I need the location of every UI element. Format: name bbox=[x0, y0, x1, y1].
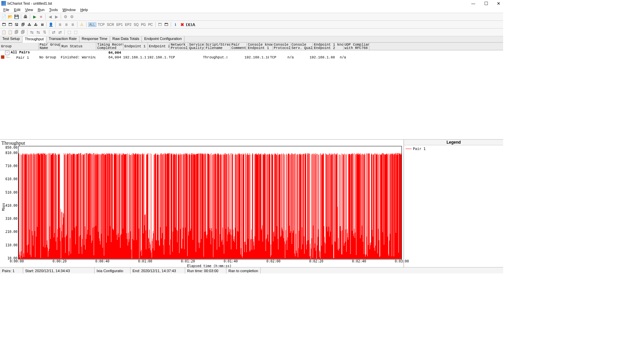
legend-item-pair1[interactable]: Pair 1 bbox=[406, 147, 502, 151]
column-header[interactable]: UDP Compliant with RFC768 bbox=[343, 43, 369, 50]
tb2-icon-8[interactable]: 👤 bbox=[48, 22, 54, 27]
tb3-icon-5[interactable]: ⇆ bbox=[29, 30, 35, 35]
column-header[interactable]: Endpoint 1 knows Endpoint 2 bbox=[313, 43, 343, 50]
pair-icon bbox=[1, 55, 4, 59]
maximize-button[interactable]: ☐ bbox=[483, 1, 489, 6]
cell-proto: TCP bbox=[168, 55, 186, 59]
filter-tcp[interactable]: TCP bbox=[97, 23, 105, 27]
tb3-icon-6[interactable]: ⇆ bbox=[36, 30, 41, 35]
tb2-icon-3[interactable]: 🖫 bbox=[14, 22, 19, 27]
open-icon[interactable]: 📂 bbox=[7, 14, 13, 19]
column-header[interactable]: Script/Stream Filename bbox=[205, 43, 230, 50]
status-bar: Pairs: 1 Start: 2020/12/11, 14:34:43 Ixi… bbox=[0, 267, 503, 273]
menu-view[interactable]: View bbox=[23, 7, 35, 12]
tab-response-time[interactable]: Response Time bbox=[79, 36, 110, 42]
menu-edit[interactable]: Edit bbox=[12, 7, 22, 12]
filter-pc[interactable]: PC bbox=[148, 23, 154, 27]
column-header[interactable]: Network Protocol bbox=[170, 43, 188, 50]
stop-icon[interactable]: ■ bbox=[38, 14, 44, 19]
filter-scr[interactable]: SCR bbox=[106, 23, 115, 27]
menu-window[interactable]: Window bbox=[60, 7, 77, 12]
tab-transaction-rate[interactable]: Transaction Rate bbox=[46, 36, 79, 42]
tree-collapse-icon[interactable]: − bbox=[5, 51, 9, 55]
window-title: IxChariot Test - untitled1.tst bbox=[7, 1, 470, 5]
minimize-button[interactable]: — bbox=[470, 1, 477, 6]
grid-body[interactable]: −All Pairs 64,004 └─ Pair 1 No Group Fin… bbox=[0, 50, 503, 140]
chart-plot-area[interactable] bbox=[18, 146, 402, 259]
cell-group: Pair 1 bbox=[16, 56, 29, 60]
title-bar: IxChariot Test - untitled1.tst — ☐ ✕ bbox=[0, 0, 503, 7]
tb3-icon-10[interactable]: ⬚ bbox=[66, 30, 72, 35]
tb2-icon-13[interactable]: 🗔 bbox=[157, 22, 163, 27]
legend-label: Pair 1 bbox=[413, 147, 426, 151]
chart-xlabel: Elapsed time (h:mm:ss) bbox=[187, 264, 231, 268]
filter-sq[interactable]: SQ bbox=[133, 23, 139, 27]
app-icon bbox=[1, 1, 6, 6]
tb3-paste-icon[interactable]: 📋 bbox=[7, 30, 13, 35]
column-header[interactable]: Group bbox=[0, 43, 39, 50]
chart-yaxis: 10.00110.00210.00310.00410.00510.00610.0… bbox=[5, 146, 18, 268]
cell-csq: n/a bbox=[286, 55, 309, 59]
tb3-icon-9[interactable]: ⇄ bbox=[57, 30, 63, 35]
tab-test-setup[interactable]: Test Setup bbox=[0, 36, 22, 42]
new-icon[interactable]: 📄 bbox=[1, 14, 6, 19]
tb2-icon-10[interactable]: 🗎 bbox=[64, 22, 69, 27]
back-icon[interactable]: ◀ bbox=[47, 14, 53, 19]
column-header[interactable]: Run Status bbox=[60, 43, 96, 50]
tb3-icon-8[interactable]: ⇄ bbox=[51, 30, 56, 35]
column-header[interactable]: Timing Records Completed bbox=[96, 43, 123, 50]
tb2-icon-4[interactable]: 🗐 bbox=[20, 22, 25, 27]
tb2-icon-6[interactable]: 🖧 bbox=[33, 22, 38, 27]
filter-pg[interactable]: PG bbox=[140, 23, 146, 27]
column-header[interactable]: Service Quality bbox=[188, 43, 205, 50]
filter-ep2[interactable]: EP2 bbox=[124, 23, 132, 27]
tab-endpoint-config[interactable]: Endpoint Configuration bbox=[142, 36, 184, 42]
tb2-icon-5[interactable]: 🖧 bbox=[26, 22, 32, 27]
tb2-icon-11[interactable]: 🗎 bbox=[70, 22, 75, 27]
tb3-icon-4[interactable]: 🗐 bbox=[20, 30, 25, 35]
row-all-pairs[interactable]: −All Pairs 64,004 bbox=[0, 50, 503, 55]
column-header[interactable]: Endpoint 1 bbox=[123, 43, 148, 50]
save-icon[interactable]: 💾 bbox=[14, 14, 19, 19]
menu-bar: File Edit View Run Tools Window Help bbox=[0, 7, 503, 13]
status-start: Start: 2020/12/11, 14:34:43 bbox=[23, 267, 95, 273]
fwd-icon[interactable]: ▶ bbox=[54, 14, 59, 19]
info-icon[interactable]: ℹ bbox=[173, 22, 178, 27]
tb2-icon-1[interactable]: 🗔 bbox=[1, 22, 6, 27]
tab-raw-data-totals[interactable]: Raw Data Totals bbox=[110, 36, 142, 42]
tool2-icon[interactable]: ⚙ bbox=[69, 14, 74, 19]
cell-script: Throughput.scr bbox=[202, 55, 227, 59]
column-header[interactable]: Console knows Endpoint 1 bbox=[247, 43, 273, 50]
run-icon[interactable]: ▶ bbox=[32, 14, 37, 19]
menu-tools[interactable]: Tools bbox=[47, 7, 60, 12]
column-header[interactable]: Endpoint 2 bbox=[148, 43, 170, 50]
column-header[interactable]: Pair Group Name bbox=[39, 43, 60, 50]
menu-help[interactable]: Help bbox=[78, 7, 90, 12]
close-button[interactable]: ✕ bbox=[495, 1, 502, 6]
tb2-icon-14[interactable]: 🗔 bbox=[164, 22, 169, 27]
menu-run[interactable]: Run bbox=[36, 7, 46, 12]
tb3-icon-11[interactable]: ⬚ bbox=[73, 30, 78, 35]
menu-file[interactable]: File bbox=[1, 7, 11, 12]
cell-timing: 64,004 bbox=[95, 55, 122, 59]
tab-throughput[interactable]: Throughput bbox=[22, 37, 46, 43]
column-header[interactable]: Pair Comment bbox=[230, 43, 247, 50]
print-icon[interactable]: 🖶 bbox=[23, 14, 28, 19]
tb3-icon-7[interactable]: ⇅ bbox=[42, 30, 47, 35]
filter-all[interactable]: ALL bbox=[88, 22, 96, 27]
row-pair-1[interactable]: └─ Pair 1 No Group Finished: Warning(s) … bbox=[0, 55, 503, 60]
tool-icon[interactable]: ⚙ bbox=[63, 14, 68, 19]
cell-run-status: Finished: Warning(s) bbox=[60, 55, 95, 59]
tb2-icon-9[interactable]: 🗎 bbox=[57, 22, 63, 27]
column-header[interactable]: Console Protocol bbox=[273, 43, 290, 50]
tb2-icon-12[interactable]: ⚠ bbox=[79, 22, 85, 27]
toolbar-filters: 🗔 🗔 🖫 🗐 🖧 🖧 🖥 👤 🗎 🗎 🗎 ⚠ ALL TCP SCR EP1 … bbox=[0, 21, 503, 29]
tb3-icon-3[interactable]: 🗐 bbox=[14, 30, 19, 35]
column-header[interactable]: Console Serv. Qual. bbox=[290, 43, 313, 50]
filter-ep1[interactable]: EP1 bbox=[116, 23, 123, 27]
brand-logo: ✖ IXIA bbox=[180, 22, 196, 27]
tb3-copy-icon[interactable]: 📋 bbox=[1, 30, 6, 35]
legend-body[interactable]: Pair 1 bbox=[404, 145, 503, 267]
tb2-icon-2[interactable]: 🗔 bbox=[7, 22, 13, 27]
tb2-icon-7[interactable]: 🖥 bbox=[39, 22, 45, 27]
